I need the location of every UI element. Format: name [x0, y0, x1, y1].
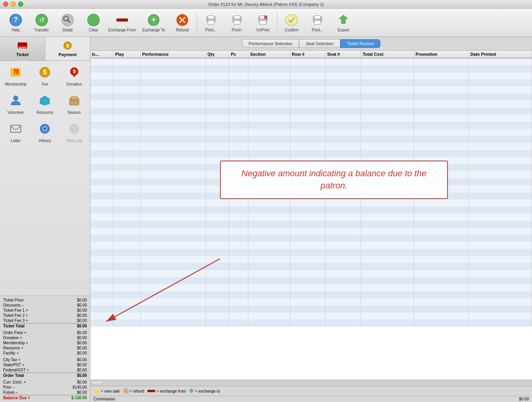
sidebar-item-resource[interactable]: Resource: [31, 91, 59, 118]
svg-text:↺: ↺: [39, 16, 44, 23]
table-row: [90, 150, 532, 157]
maximize-button[interactable]: [18, 2, 23, 7]
fee1-value: $0.00: [77, 308, 87, 312]
minimize-button[interactable]: [11, 2, 16, 7]
commission-value: $0.00: [519, 397, 529, 401]
table-row: [90, 249, 532, 256]
col-promotion: Promotion: [414, 51, 468, 58]
sidebar-item-membership[interactable]: 🎁 Membership: [2, 62, 30, 90]
svg-point-44: [13, 96, 18, 100]
col-date-printed: Date Printed: [469, 51, 532, 58]
unprint-label: UnPrint: [256, 28, 269, 32]
legend-new-sale-text: = new sale: [101, 389, 120, 393]
svg-rect-15: [208, 20, 214, 24]
help-button[interactable]: ? Help: [3, 11, 28, 35]
summary-row-membership: Membership + $0.00: [3, 340, 87, 345]
summary-row-ticket-total: Ticket Total $0.00: [3, 323, 87, 329]
table-row: [90, 100, 532, 108]
svg-text:$: $: [43, 69, 47, 75]
table-row: [90, 206, 532, 214]
print3-button[interactable]: Print...: [305, 11, 330, 35]
tab-seat-selection[interactable]: Seat Selection: [299, 39, 340, 48]
exchange-to-legend-icon: ✚: [189, 387, 194, 395]
summary-row-prior: Prior – $145.00: [3, 385, 87, 390]
table-row: [90, 157, 532, 164]
fee3-value: $0.00: [77, 318, 87, 323]
legend-exchange-from-text: = exchange from: [156, 389, 186, 393]
sidebar-tab-ticket[interactable]: ADMIT Ticket: [0, 37, 45, 60]
col-performance: Performance: [140, 51, 205, 58]
transfer-button[interactable]: ↺ Transfer: [29, 11, 54, 35]
table-row: [90, 214, 532, 221]
table-container[interactable]: Ic... Play Performance Qty Pc Section Ro…: [90, 51, 532, 380]
summary-row-city-tax: City Tax + $0.00: [3, 357, 87, 362]
sidebar-item-season[interactable]: Season: [60, 91, 88, 118]
print1-button[interactable]: Print...: [198, 11, 224, 35]
table-row: [90, 72, 532, 79]
resource-sum-label: Resource +: [3, 346, 23, 350]
print2-label: Print+: [232, 28, 242, 32]
sidebar-item-fee[interactable]: $ Fee: [31, 62, 59, 90]
scrollbar-thumb[interactable]: [91, 381, 103, 386]
sidebar-tab-payment[interactable]: $ Payment: [45, 37, 90, 60]
fee3-label: Ticket Fee 3 +: [3, 318, 28, 323]
table-row: [90, 291, 532, 298]
future-label: Future –: [3, 390, 18, 395]
legend-exchange-to: ✚ = exchange to: [189, 387, 220, 395]
table-row: [90, 192, 532, 199]
sidebar-item-weblog: Web Log: [60, 119, 88, 146]
donation-label: Donation: [66, 82, 82, 86]
window-controls: [3, 2, 23, 7]
detail-button[interactable]: Detail: [55, 11, 80, 35]
summary-row-curr-exch: Curr. Exch. + $0.00: [3, 380, 87, 385]
weblog-icon: [68, 122, 81, 138]
exchange-from-button[interactable]: Exchange From: [107, 11, 138, 35]
discounts-label: Discounts –: [3, 303, 24, 307]
facility-label: Facility +: [3, 351, 19, 355]
col-seat: Seat #: [325, 51, 361, 58]
exchange-from-legend-icon: [147, 390, 155, 392]
tab-performance-selection[interactable]: Performance Selection: [242, 39, 299, 48]
confirm-label: Confirm: [284, 28, 298, 32]
donation-icon: $: [68, 66, 81, 81]
summary-row-ticket-price: Ticket Price $0.00: [3, 298, 87, 303]
table-row: [90, 93, 532, 100]
sidebar-item-letter[interactable]: Letter: [2, 119, 30, 146]
table-row: [90, 143, 532, 150]
refund-button[interactable]: Refund: [170, 11, 195, 35]
content-wrapper: Ic... Play Performance Qty Pc Section Ro…: [90, 51, 532, 380]
donation-sum-label: Donation +: [3, 336, 22, 340]
season-icon: [68, 94, 81, 110]
table-row: [90, 136, 532, 143]
facility-value: $0.00: [77, 351, 87, 355]
volunteer-label: Volunteer: [7, 110, 24, 115]
commission-row: Commission $0.00: [90, 396, 532, 402]
svg-text:🎁: 🎁: [13, 69, 20, 75]
membership-label: Membership: [5, 82, 27, 86]
sidebar-item-volunteer[interactable]: Volunteer: [2, 91, 30, 118]
svg-line-51: [16, 126, 21, 130]
svg-rect-8: [116, 18, 128, 22]
unprint-button[interactable]: UnPrint: [250, 11, 275, 35]
svg-point-7: [88, 14, 99, 26]
table-row: [90, 312, 532, 320]
sidebar-item-history[interactable]: History: [31, 119, 59, 146]
table-row: [90, 58, 532, 65]
exchange-to-button[interactable]: + Exchange To: [138, 11, 169, 35]
print2-button[interactable]: Print+: [224, 11, 249, 35]
svg-rect-47: [71, 97, 77, 100]
svg-rect-30: [314, 16, 321, 19]
table-row: [90, 178, 532, 185]
help-icon: ?: [9, 13, 23, 27]
tab-ticket-review[interactable]: Ticket Review: [340, 39, 380, 48]
ticket-price-value: $0.00: [77, 298, 87, 302]
export-button[interactable]: Export: [331, 11, 356, 35]
scroll-area[interactable]: [90, 380, 532, 386]
svg-point-25: [286, 15, 297, 26]
close-button[interactable]: [3, 2, 8, 7]
confirm-button[interactable]: Confirm: [279, 11, 304, 35]
clear-button[interactable]: Clear: [81, 11, 106, 35]
table-row: [90, 263, 532, 270]
sidebar-item-donation[interactable]: $ Donation: [60, 62, 88, 90]
city-tax-label: City Tax +: [3, 358, 20, 362]
